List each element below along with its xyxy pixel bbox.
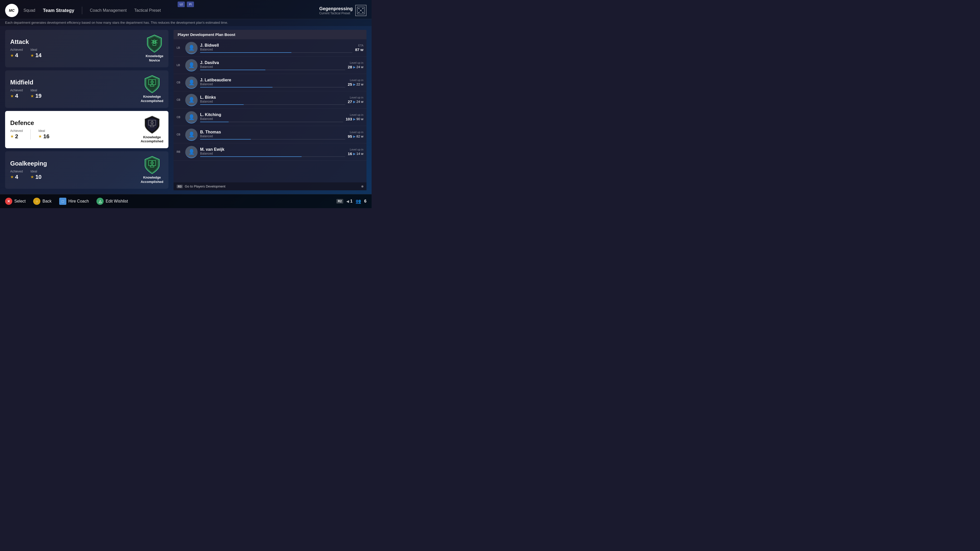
dept-goalkeeping[interactable]: Goalkeeping Achieved ★ 4 Ideal <box>5 151 169 189</box>
attack-ideal-num: 14 <box>35 52 41 59</box>
page-number: 1 <box>350 199 352 203</box>
select-button[interactable]: ✕ Select <box>5 198 25 205</box>
dept-midfield-info: Midfield Achieved ★ 4 Ideal ★ <box>10 79 41 99</box>
nav-links: Squad Team Strategy Coach Management Tac… <box>24 6 314 14</box>
midfield-ideal-label: Ideal <box>30 89 41 92</box>
player-level-up: Level up in 27 ▶ 24 w <box>348 96 363 104</box>
player-avatar: 👤 <box>185 94 197 106</box>
player-level-up: Level up in 25 ▶ 22 w <box>348 79 363 86</box>
star-icon: ★ <box>10 94 14 98</box>
level-num: 27 <box>348 100 352 104</box>
r2-badge: R2 <box>336 199 343 203</box>
dept-midfield[interactable]: Midfield Achieved ★ 4 Ideal ★ <box>5 70 169 108</box>
nav-squad[interactable]: Squad <box>24 7 35 14</box>
goalkeeping-knowledge-label: KnowledgeAccomplished <box>141 176 163 184</box>
go-to-dev-button[interactable]: R3 Go to Players Development <box>173 183 366 190</box>
player-info: J. Bidwell Balanced <box>200 43 352 53</box>
subtitle-text: Each department generates development ef… <box>0 19 372 26</box>
player-level-up: Level up in 28 ▶ 24 w <box>348 61 363 69</box>
player-pos: LB <box>177 64 183 67</box>
player-level-up: Level up in 95 ▶ 82 w <box>348 130 363 138</box>
defence-achieved-label: Achieved <box>10 129 23 133</box>
level-num: 28 <box>348 65 352 69</box>
player-row[interactable]: LB 👤 J. Bidwell Balanced ETA 87 w <box>173 39 366 57</box>
attack-achieved-stars: ★ 4 <box>10 52 23 59</box>
tactical-preset-name: Gegenpressing <box>319 6 353 11</box>
player-name: L. Kitching <box>200 113 343 117</box>
star-icon: ★ <box>30 175 34 179</box>
midfield-knowledge-label: KnowledgeAccomplished <box>141 95 163 103</box>
level-num: 95 <box>348 134 352 138</box>
player-level-up: Level up in 103 ▶ 90 w <box>346 113 364 121</box>
player-style: Balanced <box>200 83 345 86</box>
attack-knowledge-label: KnowledgeNovice <box>146 54 163 63</box>
circle-button-icon: ○ <box>33 198 40 205</box>
level-row: 103 ▶ 90 w <box>346 117 364 121</box>
player-avatar: 👤 <box>185 76 197 89</box>
back-label: Back <box>42 199 52 203</box>
uj-badge: UJ <box>178 2 185 7</box>
player-pos: CB <box>177 133 183 136</box>
nav-team-strategy[interactable]: Team Strategy <box>43 7 74 14</box>
player-row[interactable]: RB 👤 M. van Ewijk Balanced Level up in 1… <box>173 143 366 161</box>
people-icon: 👥 <box>355 198 361 204</box>
back-button[interactable]: ○ Back <box>33 198 52 205</box>
player-pos: RB <box>177 151 183 153</box>
goalkeeping-ideal-stars: ★ 10 <box>30 174 41 180</box>
player-row[interactable]: LB 👤 J. Dasilva Balanced Level up in 28 … <box>173 57 366 74</box>
departments-panel: Attack Achieved ★ 4 Ideal ★ <box>5 30 169 190</box>
goalkeeping-achieved-label: Achieved <box>10 170 23 173</box>
level-up-label: Level up in <box>350 61 363 64</box>
defence-ideal-num: 16 <box>43 133 49 140</box>
dept-defence-info: Defence Achieved ★ 2 Ideal <box>10 119 49 140</box>
dept-defence[interactable]: Defence Achieved ★ 2 Ideal <box>5 111 169 148</box>
player-name: J. Dasilva <box>200 60 345 65</box>
player-style: Balanced <box>200 48 352 51</box>
eta-label: ETA <box>358 44 363 47</box>
player-level-up: Level up in 16 ▶ 14 w <box>348 148 363 156</box>
dept-goalkeeping-info: Goalkeeping Achieved ★ 4 Ideal <box>10 160 47 180</box>
midfield-achieved-num: 4 <box>15 93 18 99</box>
player-list: LB 👤 J. Bidwell Balanced ETA 87 w LB <box>173 39 366 183</box>
dept-attack[interactable]: Attack Achieved ★ 4 Ideal ★ <box>5 30 169 67</box>
goalkeeping-ideal-group: Ideal ★ 10 <box>30 170 41 180</box>
nav-coach-management[interactable]: Coach Management <box>90 7 127 14</box>
player-row[interactable]: CB 👤 L. Binks Balanced Level up in 27 ▶ … <box>173 91 366 109</box>
nav-tactical-preset[interactable]: Tactical Preset <box>134 7 161 14</box>
player-style: Balanced <box>200 100 345 103</box>
player-row[interactable]: CB 👤 B. Thomas Balanced Level up in 95 ▶… <box>173 126 366 143</box>
level-up-label: Level up in <box>350 130 363 134</box>
tactical-icon <box>355 5 366 16</box>
edit-wishlist-button[interactable]: △ Edit Wishlist <box>97 198 128 205</box>
player-row[interactable]: CB 👤 L. Kitching Balanced Level up in 10… <box>173 109 366 126</box>
square-button-icon: □ <box>59 198 66 205</box>
defence-ideal-stars: ★ 16 <box>38 133 49 140</box>
level-row: 27 ▶ 24 w <box>348 100 363 104</box>
midfield-knowledge-badge: KnowledgeAccomplished <box>141 75 163 103</box>
player-row[interactable]: CB 👤 J. Latibeaudiere Balanced Level up … <box>173 74 366 91</box>
triangle-button-icon: △ <box>97 198 103 205</box>
hire-coach-button[interactable]: □ Hire Coach <box>59 198 89 205</box>
player-avatar: 👤 <box>185 59 197 71</box>
goalkeeping-achieved-stars: ★ 4 <box>10 174 23 180</box>
star-icon: ★ <box>10 134 14 139</box>
player-info: J. Dasilva Balanced <box>200 60 345 70</box>
dept-goalkeeping-stats: Achieved ★ 4 Ideal ★ 10 <box>10 170 47 180</box>
pdp-panel: Player Development Plan Boost LB 👤 J. Bi… <box>173 30 366 190</box>
pdp-header: Player Development Plan Boost <box>173 30 366 39</box>
level-num: 103 <box>346 117 352 121</box>
dept-attack-stats: Achieved ★ 4 Ideal ★ 14 <box>10 48 41 59</box>
star-icon: ★ <box>30 94 34 98</box>
content-area: Attack Achieved ★ 4 Ideal ★ <box>0 26 372 194</box>
player-avatar: 👤 <box>185 146 197 158</box>
top-nav: MC UJ PI Squad Team Strategy Coach Manag… <box>0 0 372 19</box>
dept-midfield-name: Midfield <box>10 79 41 86</box>
player-name: M. van Ewijk <box>200 147 345 152</box>
attack-ideal-stars: ★ 14 <box>30 52 41 59</box>
goalkeeping-achieved-group: Achieved ★ 4 <box>10 170 23 180</box>
defence-ideal-label: Ideal <box>38 129 49 133</box>
midfield-achieved-stars: ★ 4 <box>10 93 23 99</box>
player-info: L. Binks Balanced <box>200 95 345 105</box>
player-info: B. Thomas Balanced <box>200 130 345 140</box>
arrow-icon: ▶ <box>353 152 355 156</box>
